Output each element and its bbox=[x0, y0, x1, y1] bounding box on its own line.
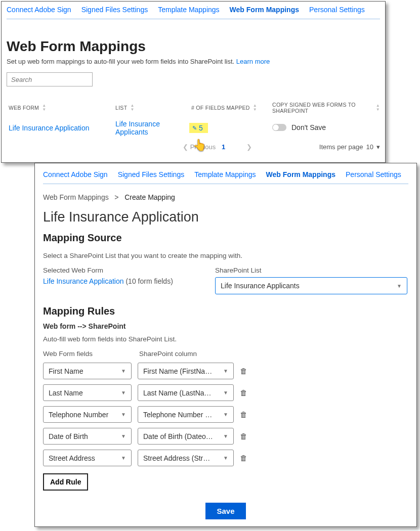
sort-icon: ▲▼ bbox=[130, 104, 134, 112]
dropdown-value: Date of Birth (DateofBirth) bbox=[143, 432, 214, 440]
subtitle-text: Set up web form mappings to auto-fill yo… bbox=[7, 58, 236, 65]
tab-connect[interactable]: Connect Adobe Sign bbox=[7, 6, 71, 14]
dropdown-value: First Name (FirstName) bbox=[143, 367, 214, 375]
count-highlight[interactable]: ✎ 5 bbox=[189, 123, 208, 133]
trash-icon[interactable]: 🗑 bbox=[240, 388, 247, 397]
rule-row: Telephone Number▼Telephone Number (Tele…… bbox=[43, 406, 408, 423]
mapping-source-heading: Mapping Source bbox=[43, 232, 408, 244]
rules-col-sharepoint: SharePoint column bbox=[139, 350, 240, 358]
col-header-webform[interactable]: WEB FORM ▲▼ bbox=[7, 102, 115, 114]
rules-col-webform: Web Form fields bbox=[43, 350, 139, 358]
webform-field-dropdown[interactable]: Street Address▼ bbox=[43, 450, 132, 466]
dropdown-value: First Name bbox=[49, 367, 83, 375]
webform-field-dropdown[interactable]: Telephone Number▼ bbox=[43, 406, 132, 423]
col-header-copy-label: COPY SIGNED WEB FORMS TO SHAREPOINT bbox=[272, 102, 373, 114]
mapping-rules-desc: Auto-fill web form fields into SharePoin… bbox=[43, 335, 408, 343]
trash-icon[interactable]: 🗑 bbox=[240, 432, 247, 440]
caret-down-icon: ▼ bbox=[223, 455, 228, 461]
ipp-value: 10 bbox=[366, 143, 373, 151]
cell-list-link[interactable]: Life Insurance Applicants bbox=[115, 120, 191, 136]
webform-field-dropdown[interactable]: First Name▼ bbox=[43, 363, 132, 379]
sharepoint-column-dropdown[interactable]: Last Name (LastName)▼ bbox=[138, 384, 234, 401]
selected-web-form-link[interactable]: Life Insurance Application bbox=[43, 277, 124, 285]
save-row: Save bbox=[43, 503, 408, 519]
sharepoint-list-label: SharePoint List bbox=[215, 267, 407, 274]
col-header-copy[interactable]: COPY SIGNED WEB FORMS TO SHAREPOINT ▲▼ bbox=[272, 102, 380, 114]
mapping-rules-subhead: Web form --> SharePoint bbox=[43, 322, 408, 330]
panel-mapping-list: Connect Adobe Sign Signed Files Settings… bbox=[1, 1, 386, 163]
caret-down-icon: ▼ bbox=[121, 433, 126, 439]
sharepoint-column-dropdown[interactable]: Date of Birth (DateofBirth)▼ bbox=[138, 428, 234, 445]
sharepoint-column-dropdown[interactable]: First Name (FirstName)▼ bbox=[138, 363, 234, 379]
search-input[interactable] bbox=[7, 72, 93, 86]
chevron-left-icon[interactable]: ❮ bbox=[183, 143, 188, 151]
mapping-rules-heading: Mapping Rules bbox=[43, 305, 408, 317]
toggle-label: Don't Save bbox=[291, 123, 326, 131]
sharepoint-column-dropdown[interactable]: Street Address (StreetAd…▼ bbox=[138, 450, 234, 466]
sort-icon: ▲▼ bbox=[376, 104, 380, 112]
chevron-right-icon[interactable]: ❯ bbox=[246, 143, 252, 151]
breadcrumb: Web Form Mappings > Create Mapping bbox=[43, 193, 408, 201]
caret-down-icon: ▾ bbox=[376, 143, 380, 151]
breadcrumb-root[interactable]: Web Form Mappings bbox=[43, 193, 109, 201]
selected-web-form-label: Selected Web Form bbox=[43, 267, 195, 274]
rule-row: First Name▼First Name (FirstName)▼🗑 bbox=[43, 363, 408, 379]
cell-count: ✎ 5 bbox=[191, 123, 272, 133]
tab-personal-settings[interactable]: Personal Settings bbox=[346, 170, 401, 179]
mapping-source-desc: Select a SharePoint List that you want t… bbox=[43, 252, 408, 259]
col-header-list-label: LIST bbox=[115, 105, 127, 111]
tab-signed-files[interactable]: Signed Files Settings bbox=[118, 170, 185, 179]
page-title: Web Form Mappings bbox=[7, 38, 380, 55]
tab-divider bbox=[7, 19, 380, 19]
dropdown-value: Last Name bbox=[49, 389, 83, 397]
tab-template-mappings[interactable]: Template Mappings bbox=[158, 6, 219, 14]
add-rule-button[interactable]: Add Rule bbox=[43, 473, 88, 491]
pager: ❮ Previous 1 ❯ Items per page 10 ▾ bbox=[7, 143, 380, 151]
rule-row: Street Address▼Street Address (StreetAd…… bbox=[43, 450, 408, 466]
dropdown-value: Last Name (LastName) bbox=[143, 389, 214, 397]
count-value: 5 bbox=[199, 124, 203, 132]
trash-icon[interactable]: 🗑 bbox=[240, 367, 247, 375]
learn-more-link[interactable]: Learn more bbox=[236, 58, 270, 65]
tab-personal-settings[interactable]: Personal Settings bbox=[309, 6, 365, 14]
sharepoint-list-dropdown[interactable]: Life Insurance Applicants ▼ bbox=[215, 277, 407, 294]
trash-icon[interactable]: 🗑 bbox=[240, 410, 247, 419]
tab-web-form-mappings[interactable]: Web Form Mappings bbox=[230, 6, 299, 14]
sharepoint-list-block: SharePoint List Life Insurance Applicant… bbox=[215, 267, 407, 294]
sort-icon: ▲▼ bbox=[253, 104, 257, 112]
caret-down-icon: ▼ bbox=[397, 283, 402, 289]
col-header-count[interactable]: # OF FIELDS MAPPED ▲▼ bbox=[191, 102, 272, 114]
tab-divider bbox=[43, 184, 408, 184]
dropdown-value: Street Address bbox=[49, 454, 95, 462]
dropdown-value: Telephone Number bbox=[49, 411, 108, 419]
col-header-webform-label: WEB FORM bbox=[9, 105, 39, 111]
caret-down-icon: ▼ bbox=[121, 412, 126, 417]
panel-create-mapping: Connect Adobe Sign Signed Files Settings… bbox=[34, 163, 417, 527]
cell-webform-link[interactable]: Life Insurance Application bbox=[7, 124, 115, 132]
trash-icon[interactable]: 🗑 bbox=[240, 454, 247, 462]
rule-row: Last Name▼Last Name (LastName)▼🗑 bbox=[43, 384, 408, 401]
sharepoint-column-dropdown[interactable]: Telephone Number (Tele…▼ bbox=[138, 406, 234, 423]
breadcrumb-sep: > bbox=[114, 193, 118, 201]
pager-previous[interactable]: Previous bbox=[190, 143, 216, 151]
caret-down-icon: ▼ bbox=[121, 455, 126, 461]
caret-down-icon: ▼ bbox=[223, 390, 228, 395]
caret-down-icon: ▼ bbox=[121, 390, 126, 395]
save-button[interactable]: Save bbox=[205, 503, 245, 519]
tab-connect[interactable]: Connect Adobe Sign bbox=[43, 170, 108, 179]
tab-web-form-mappings[interactable]: Web Form Mappings bbox=[266, 170, 335, 179]
webform-field-dropdown[interactable]: Date of Birth▼ bbox=[43, 428, 132, 445]
items-per-page[interactable]: Items per page 10 ▾ bbox=[319, 143, 380, 151]
copy-toggle[interactable]: Don't Save bbox=[272, 123, 326, 131]
tab-signed-files[interactable]: Signed Files Settings bbox=[81, 6, 148, 14]
dropdown-value: Telephone Number (Tele… bbox=[143, 411, 214, 419]
col-header-list[interactable]: LIST ▲▼ bbox=[115, 102, 191, 114]
col-header-count-label: # OF FIELDS MAPPED bbox=[191, 105, 250, 111]
webform-field-dropdown[interactable]: Last Name▼ bbox=[43, 384, 132, 401]
pencil-icon: ✎ bbox=[192, 125, 197, 131]
tab-template-mappings[interactable]: Template Mappings bbox=[194, 170, 256, 179]
toggle-off-icon bbox=[272, 124, 286, 131]
mappings-table: WEB FORM ▲▼ LIST ▲▼ # OF FIELDS MAPPED ▲… bbox=[7, 102, 380, 151]
selected-web-form-value: Life Insurance Application (10 form fiel… bbox=[43, 277, 195, 285]
selected-web-form-block: Selected Web Form Life Insurance Applica… bbox=[43, 267, 195, 294]
